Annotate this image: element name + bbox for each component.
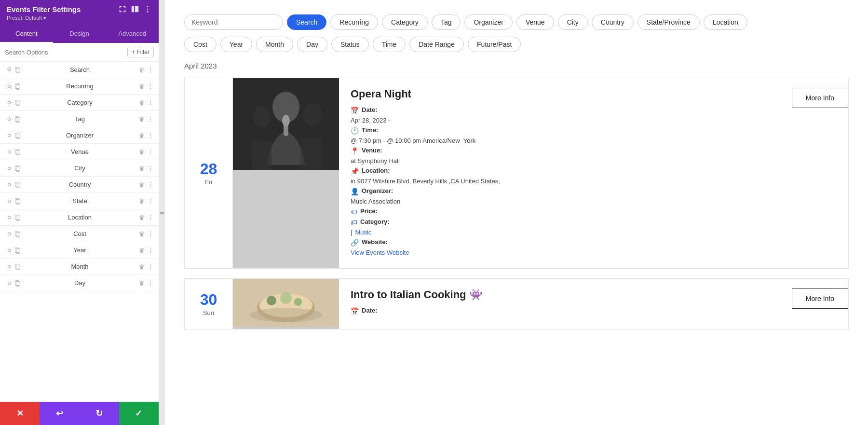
gear-icon[interactable] <box>6 149 13 155</box>
pill-time[interactable]: Time <box>373 37 406 52</box>
pill-status[interactable]: Status <box>331 37 369 52</box>
category-link[interactable]: Music <box>355 229 371 236</box>
gear-icon[interactable] <box>6 132 13 139</box>
svg-point-25 <box>150 116 151 117</box>
pill-future-past[interactable]: Future/Past <box>468 37 521 52</box>
svg-point-20 <box>150 102 151 103</box>
gear-icon[interactable] <box>6 231 13 237</box>
pill-day[interactable]: Day <box>297 37 327 52</box>
gear-icon[interactable] <box>6 83 13 90</box>
dots-icon[interactable] <box>147 198 154 205</box>
pill-cost[interactable]: Cost <box>184 37 217 52</box>
pill-search[interactable]: Search <box>287 14 326 30</box>
trash-icon[interactable] <box>138 99 145 106</box>
pill-city[interactable]: City <box>558 14 588 30</box>
copy-icon[interactable] <box>14 247 21 254</box>
cancel-button[interactable]: ✕ <box>0 402 40 425</box>
dots-icon[interactable] <box>147 149 154 155</box>
trash-icon[interactable] <box>138 231 145 237</box>
pill-country[interactable]: Country <box>592 14 634 30</box>
pill-recurring[interactable]: Recurring <box>330 14 378 30</box>
trash-icon[interactable] <box>138 83 145 90</box>
trash-icon[interactable] <box>138 132 145 139</box>
gear-icon[interactable] <box>6 67 13 73</box>
pill-organizer[interactable]: Organizer <box>464 14 512 30</box>
pill-date-range[interactable]: Date Range <box>409 37 464 52</box>
copy-icon[interactable] <box>14 67 21 73</box>
trash-icon[interactable] <box>138 149 145 155</box>
more-options-icon[interactable] <box>143 5 152 14</box>
trash-icon[interactable] <box>138 165 145 172</box>
filter-button[interactable]: + Filter <box>127 47 154 57</box>
sidebar-preset[interactable]: Preset: Default ▾ <box>7 15 152 21</box>
more-info-button-cooking[interactable]: More Info <box>792 288 848 309</box>
pill-location[interactable]: Location <box>704 14 747 30</box>
dots-icon[interactable] <box>147 214 154 221</box>
gear-icon[interactable] <box>6 165 13 172</box>
trash-icon[interactable] <box>138 263 145 270</box>
sidebar-item-label-month: Month <box>24 263 136 270</box>
gear-icon[interactable] <box>6 116 13 123</box>
dots-icon[interactable] <box>147 99 154 106</box>
search-options-input[interactable] <box>5 49 124 56</box>
svg-point-68 <box>150 233 151 234</box>
pill-venue[interactable]: Venue <box>516 14 554 30</box>
gear-icon[interactable] <box>6 247 13 254</box>
pill-year[interactable]: Year <box>220 37 252 52</box>
undo-button[interactable]: ↩ <box>40 402 79 425</box>
dots-icon[interactable] <box>147 132 154 139</box>
trash-icon[interactable] <box>138 198 145 205</box>
dots-icon[interactable] <box>147 247 154 254</box>
copy-icon[interactable] <box>14 181 21 188</box>
trash-icon[interactable] <box>138 181 145 188</box>
dots-icon[interactable] <box>147 181 154 188</box>
columns-icon[interactable] <box>131 5 139 14</box>
resize-handle[interactable]: ⇔ <box>159 0 165 425</box>
trash-icon[interactable] <box>138 247 145 254</box>
trash-icon[interactable] <box>138 67 145 73</box>
event-meta-organizer-value: Music Association <box>351 198 771 205</box>
location-value: in 9077 Wilshire Blvd, Beverly Hills ,CA… <box>351 178 500 185</box>
redo-button[interactable]: ↻ <box>80 402 119 425</box>
dots-icon[interactable] <box>147 280 154 287</box>
copy-icon[interactable] <box>14 231 21 237</box>
copy-icon[interactable] <box>14 198 21 205</box>
pill-month[interactable]: Month <box>256 37 293 52</box>
gear-icon[interactable] <box>6 263 13 270</box>
dots-icon[interactable] <box>147 231 154 237</box>
copy-icon[interactable] <box>14 263 21 270</box>
dots-icon[interactable] <box>147 67 154 73</box>
dots-icon[interactable] <box>147 83 154 90</box>
copy-icon[interactable] <box>14 132 21 139</box>
copy-icon[interactable] <box>14 149 21 155</box>
copy-icon[interactable] <box>14 214 21 221</box>
gear-icon[interactable] <box>6 181 13 188</box>
copy-icon[interactable] <box>14 165 21 172</box>
keyword-input[interactable] <box>184 14 283 30</box>
pill-state-province[interactable]: State/Province <box>637 14 700 30</box>
copy-icon[interactable] <box>14 280 21 287</box>
more-info-button-opera[interactable]: More Info <box>792 88 848 108</box>
gear-icon[interactable] <box>6 280 13 287</box>
website-link[interactable]: View Events Website <box>351 249 409 256</box>
sidebar-item-organizer: Organizer <box>0 127 159 144</box>
tab-design[interactable]: Design <box>53 25 106 43</box>
tab-advanced[interactable]: Advanced <box>106 25 159 43</box>
trash-icon[interactable] <box>138 280 145 287</box>
expand-icon[interactable] <box>118 5 127 14</box>
pill-tag[interactable]: Tag <box>432 14 461 30</box>
trash-icon[interactable] <box>138 214 145 221</box>
tab-content[interactable]: Content <box>0 25 53 43</box>
copy-icon[interactable] <box>14 116 21 123</box>
gear-icon[interactable] <box>6 214 13 221</box>
dots-icon[interactable] <box>147 116 154 123</box>
pill-category[interactable]: Category <box>382 14 428 30</box>
trash-icon[interactable] <box>138 116 145 123</box>
dots-icon[interactable] <box>147 165 154 172</box>
gear-icon[interactable] <box>6 198 13 205</box>
gear-icon[interactable] <box>6 99 13 106</box>
copy-icon[interactable] <box>14 99 21 106</box>
save-button[interactable]: ✓ <box>119 402 159 425</box>
copy-icon[interactable] <box>14 83 21 90</box>
dots-icon[interactable] <box>147 263 154 270</box>
